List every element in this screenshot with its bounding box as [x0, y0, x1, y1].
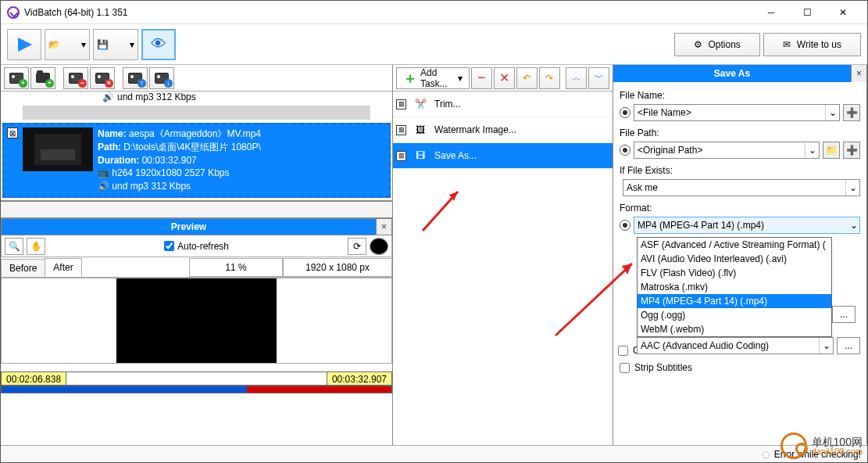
- format-option[interactable]: AVI (Audio Video Interleaved) (.avi): [638, 252, 831, 266]
- task-trim[interactable]: ⊠ ✂️ Trim...: [393, 92, 613, 117]
- zoom-button[interactable]: 🔍: [5, 238, 23, 255]
- filename-label: File Name:: [620, 87, 860, 101]
- write-to-us-button[interactable]: ✉ Write to us: [763, 33, 861, 56]
- remove-image-button[interactable]: −: [63, 67, 88, 89]
- write-label: Write to us: [797, 39, 841, 50]
- filename-radio[interactable]: [620, 107, 630, 118]
- watermark-text-2: danji100.com: [812, 447, 863, 456]
- zoom-percent: 11 %: [189, 258, 283, 277]
- format-dropdown-list[interactable]: ASF (Advanced / Active Streaming Format)…: [637, 237, 832, 337]
- trim-icon: ✂️: [411, 96, 430, 112]
- saveas-close-button[interactable]: ×: [851, 65, 866, 82]
- format-option[interactable]: WebM (.webm): [638, 322, 831, 336]
- saveas-header: Save As ×: [613, 65, 866, 82]
- tab-after[interactable]: After: [45, 258, 81, 277]
- refresh-button[interactable]: ⟳: [348, 238, 366, 255]
- gear-icon: ⚙: [694, 39, 702, 50]
- save-button[interactable]: 💾▾: [93, 29, 138, 60]
- strip-subtitles-checkbox[interactable]: [620, 363, 630, 373]
- task-down-button[interactable]: ﹀: [588, 67, 609, 89]
- add-task-button[interactable]: ＋ Add Task... ▾: [396, 67, 470, 89]
- task-close-button[interactable]: ⊠: [396, 99, 406, 109]
- filename-input[interactable]: <File Name> ⌄: [634, 104, 840, 121]
- video-codec-text: h264 1920x1080 2527 Kbps: [112, 167, 229, 178]
- format-radio[interactable]: [620, 220, 630, 231]
- floppy-icon: 💾: [97, 39, 109, 50]
- file-list[interactable]: 🔊 und mp3 312 Kbps ⊠ Name: aespa《Armaged…: [1, 92, 392, 201]
- chevron-down-icon[interactable]: ⌄: [845, 180, 859, 196]
- task-saveas[interactable]: ⊠ 🎞 Save As...: [393, 143, 613, 169]
- task-watermark[interactable]: ⊠ 🖼 Watermark Image...: [393, 117, 613, 143]
- image-down-button[interactable]: ↓: [149, 67, 174, 89]
- folder-open-icon: 📂: [48, 39, 60, 50]
- close-button[interactable]: ✕: [825, 1, 861, 24]
- undo-button[interactable]: ↶: [516, 67, 538, 89]
- audio-select[interactable]: AAC (Advanced Audio Coding) ⌄: [637, 337, 834, 354]
- tab-before[interactable]: Before: [1, 259, 45, 277]
- main-toolbar: 📂▾ 💾▾ 👁 ⚙ Options ✉ Write to us: [1, 24, 867, 65]
- format-more-button[interactable]: ...: [832, 306, 855, 323]
- image-up-button[interactable]: ↑: [123, 67, 148, 89]
- audio-codec-text: und mp3 312 Kbps: [117, 92, 196, 102]
- preview-close-button[interactable]: ×: [376, 219, 391, 235]
- options-button[interactable]: ⚙ Options: [674, 33, 760, 56]
- format-option[interactable]: FLV (Flash Video) (.flv): [638, 266, 831, 280]
- chevron-down-icon[interactable]: ⌄: [850, 220, 858, 231]
- filepath-radio[interactable]: [620, 145, 630, 156]
- add-folder-button[interactable]: +: [30, 67, 55, 89]
- window-title: VidBatch (64-bit) 1.1 351: [24, 7, 753, 18]
- task-delete-button[interactable]: ✕: [494, 67, 515, 89]
- status-icon: ◌: [762, 449, 770, 460]
- format-option[interactable]: ASF (Advanced / Active Streaming Format)…: [638, 238, 831, 252]
- add-image-button[interactable]: +: [4, 67, 29, 89]
- record-button[interactable]: [370, 238, 388, 255]
- format-select[interactable]: MP4 (MPEG-4 Part 14) (.mp4) ⌄: [634, 217, 860, 234]
- chevron-down-icon[interactable]: ⌄: [819, 338, 833, 354]
- name-label: Name:: [98, 128, 127, 139]
- audio-icon: 🔊: [98, 181, 109, 192]
- timeline-track[interactable]: [1, 386, 392, 393]
- file-remove-button[interactable]: ⊠: [7, 127, 18, 138]
- filename-add-button[interactable]: ➕: [843, 104, 860, 121]
- watermark: 单机100网 danji100.com: [780, 432, 863, 459]
- audio-more-button[interactable]: ...: [837, 337, 860, 354]
- preview-toggle-button[interactable]: 👁: [141, 29, 176, 60]
- preview-canvas[interactable]: [1, 278, 392, 364]
- file-thumbnail: [23, 127, 93, 171]
- minimize-button[interactable]: ─: [753, 1, 789, 24]
- play-button[interactable]: [7, 29, 41, 60]
- file-partial-row: 🔊 und mp3 312 Kbps: [1, 92, 392, 102]
- browse-folder-button[interactable]: 📁: [823, 142, 840, 159]
- pan-button[interactable]: ✋: [27, 238, 45, 255]
- preview-title: Preview: [2, 221, 376, 232]
- task-close-button[interactable]: ⊠: [396, 125, 406, 135]
- filepath-input[interactable]: <Original Path> ⌄: [634, 142, 820, 159]
- exists-select[interactable]: Ask me ⌄: [623, 179, 860, 196]
- format-option[interactable]: MP4 (MPEG-4 Part 14) (.mp4): [638, 294, 831, 308]
- redo-button[interactable]: ↷: [539, 67, 560, 89]
- filepath-add-button[interactable]: ➕: [843, 142, 860, 159]
- task-list[interactable]: ⊠ ✂️ Trim... ⊠ 🖼 Watermark Image... ⊠ 🎞 …: [393, 92, 613, 445]
- remove-image-x-button[interactable]: ×: [90, 67, 115, 89]
- time-end: 00:03:32.907: [327, 372, 391, 385]
- task-label: Trim...: [434, 99, 461, 109]
- format-option[interactable]: Ogg (.ogg): [638, 308, 831, 322]
- task-close-button[interactable]: ⊠: [396, 151, 406, 161]
- watermark-icon: 🖼: [411, 122, 430, 138]
- path-label: Path:: [98, 142, 121, 153]
- auto-refresh-checkbox[interactable]: Auto-refresh: [164, 241, 229, 252]
- chevron-down-icon[interactable]: ⌄: [825, 105, 839, 120]
- audio-icon: 🔊: [102, 92, 114, 102]
- chevron-down-icon[interactable]: ⌄: [805, 142, 819, 158]
- open-button[interactable]: 📂▾: [45, 29, 90, 60]
- maximize-button[interactable]: ☐: [789, 1, 825, 24]
- saveas-title: Save As: [613, 68, 851, 79]
- task-up-button[interactable]: ︿: [566, 67, 587, 89]
- file-item-selected[interactable]: ⊠ Name: aespa《Armageddon》MV.mp4 Path: D:…: [2, 123, 391, 198]
- task-remove-button[interactable]: −: [471, 67, 492, 89]
- format-option[interactable]: Matroska (.mkv): [638, 280, 831, 294]
- task-toolbar: ＋ Add Task... ▾ − ✕ ↶ ↷ ︿ ﹀: [393, 65, 613, 92]
- svg-marker-0: [18, 38, 32, 52]
- timeline[interactable]: 00:02:06.838 00:03:32.907: [1, 371, 392, 386]
- add-task-label: Add Task...: [420, 67, 455, 89]
